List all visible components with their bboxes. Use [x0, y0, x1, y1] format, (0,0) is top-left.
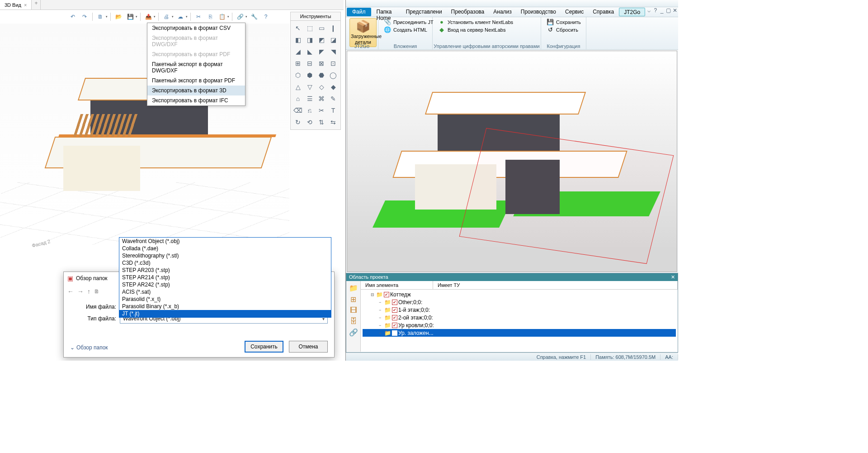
cut-icon[interactable]: ✂ [193, 12, 203, 22]
col-has-tu[interactable]: Имеет ТУ [433, 281, 678, 289]
menu-file[interactable]: Файл [347, 8, 371, 16]
file-format-option[interactable]: Parasolid (*.x_t) [119, 296, 331, 303]
loaded-parts-button[interactable]: 📦 Загруженные детали [349, 18, 377, 47]
file-format-option[interactable]: C3D (*.c3d) [119, 259, 331, 267]
open-icon[interactable]: 📂 [113, 12, 123, 22]
menu-manufacture[interactable]: Производство [516, 7, 561, 17]
tool-button[interactable]: ⊡ [328, 58, 339, 69]
link-icon[interactable]: 🔗 [235, 12, 245, 22]
attach-jt-button[interactable]: 📎Присоединить JT [382, 18, 429, 26]
close-icon[interactable]: × [24, 2, 27, 8]
browse-folders-toggle[interactable]: Обзор папок [70, 344, 108, 351]
cloud-icon[interactable]: ☁ [175, 12, 185, 22]
menu-view[interactable]: Представлени [401, 7, 447, 17]
create-html-button[interactable]: 🌐Создать HTML [382, 26, 429, 33]
tool-button[interactable]: ↻ [292, 117, 303, 128]
tool-button[interactable]: ◇ [316, 81, 327, 92]
tool-button[interactable]: ⌫ [292, 105, 303, 116]
tool-button[interactable]: ⌂ [292, 93, 303, 104]
print-icon[interactable]: 🖨 [161, 12, 171, 22]
new-tab-button[interactable]: + [32, 0, 41, 10]
login-nextlabs-button[interactable]: ◆Вход на сервер NextLabs [436, 26, 537, 33]
tool-button[interactable]: ⇆ [328, 117, 339, 128]
new-file-icon[interactable]: 🗎 [95, 12, 105, 22]
tool-button[interactable]: ▭ [316, 23, 327, 33]
tool-button[interactable]: ◪ [328, 34, 339, 45]
export-menu-item[interactable]: Пакетный экспорт в формат DWG/DXF [147, 59, 245, 76]
window-help-icon[interactable]: ? [652, 7, 659, 17]
minimize-icon[interactable]: _ [659, 7, 665, 17]
install-nextlabs-button[interactable]: ●Установить клиент NextLabs [436, 18, 537, 26]
export-menu-item[interactable]: Пакетный экспорт в формат PDF [147, 76, 245, 86]
tree-node[interactable]: −📁✔Ур. заложен... [363, 329, 676, 337]
file-format-option[interactable]: Stereolithography (*.stl) [119, 252, 331, 259]
tool-button[interactable]: ▽ [304, 81, 315, 92]
side-film-icon[interactable]: 🎞 [350, 306, 357, 315]
tool-button[interactable]: ⎌ [304, 105, 315, 116]
side-db-icon[interactable]: 🗄 [350, 317, 357, 325]
nav-forward-icon[interactable]: → [77, 288, 84, 295]
menu-jt2go[interactable]: JT2Go [619, 8, 645, 16]
tree-node[interactable]: −📁✔2-ой этаж;0;0: [363, 314, 676, 321]
file-format-option[interactable]: JT (*.jt) [119, 310, 331, 317]
menu-transform[interactable]: Преобразова [447, 7, 489, 17]
paste-icon[interactable]: 📋 [217, 12, 227, 22]
tool-button[interactable]: ✎ [328, 93, 339, 104]
tool-button[interactable]: ◣ [304, 46, 315, 57]
tool-button[interactable]: ◥ [328, 46, 339, 57]
tool-button[interactable]: ⬣ [316, 70, 327, 81]
nav-back-icon[interactable]: ← [67, 288, 74, 295]
tool-button[interactable]: ◯ [328, 70, 339, 81]
undo-icon[interactable]: ↶ [68, 12, 78, 22]
tool-button[interactable]: ⟲ [304, 117, 315, 128]
cancel-button[interactable]: Отмена [289, 341, 328, 353]
tool-button[interactable]: ◧ [292, 34, 303, 45]
tool-button[interactable]: ◨ [304, 34, 315, 45]
panel-close-icon[interactable]: ✕ [671, 274, 675, 280]
file-format-option[interactable]: STEP AR203 (*.stp) [119, 267, 331, 274]
tool-button[interactable]: T [328, 105, 339, 116]
tool-button[interactable]: ↖ [292, 23, 303, 33]
nav-path-icon[interactable]: 🗎 [94, 288, 99, 295]
export-menu-item[interactable]: Экспортировать в формат 3D [147, 86, 245, 95]
file-format-option[interactable]: Wavefront Object (*.obj) [119, 238, 331, 245]
tab-3d-view[interactable]: 3D Вид × [0, 0, 32, 10]
menu-service[interactable]: Сервис [561, 7, 588, 17]
close-icon[interactable]: ✕ [672, 7, 678, 17]
right-3d-viewport[interactable] [347, 51, 677, 272]
tool-button[interactable]: ◤ [316, 46, 327, 57]
tool-button[interactable]: ⊠ [316, 58, 327, 69]
side-folder-icon[interactable]: 📁 [349, 284, 358, 292]
tool-button[interactable]: ❙ [328, 23, 339, 33]
file-format-option[interactable]: Collada (*.dae) [119, 245, 331, 252]
tool-button[interactable]: △ [292, 81, 303, 92]
config-reset-button[interactable]: ↺Сбросить [545, 26, 582, 33]
export-menu-item[interactable]: Экспортировать в формат IFC [147, 95, 245, 105]
export-icon[interactable]: 📤 [143, 12, 153, 22]
tree-node[interactable]: −📁✔1-й этаж;0;0: [363, 306, 676, 314]
save-icon[interactable]: 💾 [125, 12, 135, 22]
maximize-icon[interactable]: ▢ [665, 7, 671, 17]
tool-button[interactable]: ⌘ [316, 93, 327, 104]
col-element-name[interactable]: Имя элемента [361, 281, 433, 289]
tool-button[interactable]: ◩ [316, 34, 327, 45]
tool-button[interactable]: ⬢ [304, 70, 315, 81]
save-button[interactable]: Сохранить [245, 341, 283, 353]
export-menu-item[interactable]: Экспортировать в формат CSV [147, 23, 245, 33]
menu-home[interactable]: Папка Home [372, 7, 401, 17]
tool-button[interactable]: ⬡ [292, 70, 303, 81]
wrench-icon[interactable]: 🔧 [249, 12, 259, 22]
nav-up-icon[interactable]: ↑ [87, 288, 90, 295]
tool-button[interactable]: ⬚ [304, 23, 315, 33]
side-tree-icon[interactable]: ⊞ [350, 295, 356, 304]
tool-button[interactable]: ☰ [304, 93, 315, 104]
redo-icon[interactable]: ↷ [80, 12, 90, 22]
ribbon-collapse-icon[interactable]: ⌵ [646, 7, 652, 17]
tool-button[interactable]: ◆ [328, 81, 339, 92]
tree-node[interactable]: ⊟📁✔Коттедж [363, 291, 676, 298]
help-icon[interactable]: ? [261, 12, 271, 22]
tool-button[interactable]: ✂ [316, 105, 327, 116]
file-format-option[interactable]: Parasolid Binary (*.x_b) [119, 303, 331, 310]
tool-button[interactable]: ⇅ [316, 117, 327, 128]
side-link-icon[interactable]: 🔗 [349, 328, 358, 337]
